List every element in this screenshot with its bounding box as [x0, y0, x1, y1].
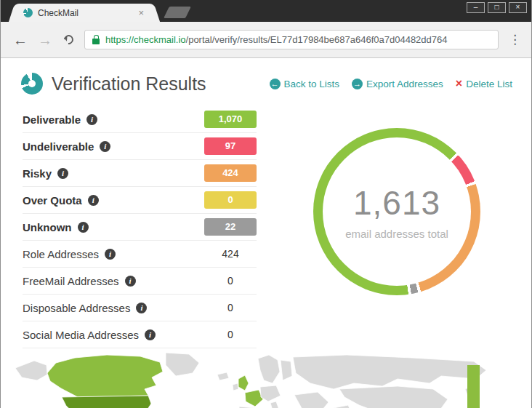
stat-row-unknown: Unknown i 22	[23, 214, 257, 241]
bar-chart-bar	[467, 365, 480, 408]
map-canada	[47, 355, 163, 397]
padlock-icon	[92, 39, 100, 44]
map-russia	[293, 355, 486, 389]
stat-label: Role Addresses	[23, 248, 99, 260]
stat-value: 0	[204, 275, 257, 287]
map-india	[334, 405, 355, 408]
info-icon[interactable]: i	[88, 195, 99, 206]
world-map	[5, 351, 514, 408]
map-central-asia	[339, 386, 448, 408]
browser-tab[interactable]: CheckMail ×	[17, 4, 152, 22]
info-icon[interactable]: i	[86, 114, 97, 125]
stat-label: Deliverable	[23, 113, 81, 126]
map-alaska	[15, 361, 47, 380]
stat-label: Risky	[23, 167, 52, 180]
action-label: Export Addresses	[366, 79, 443, 89]
donut-center: 1,613 email addresses total	[323, 137, 471, 286]
stat-value: 0	[204, 302, 257, 313]
stat-row-deliverable: Deliverable i 1,070	[23, 106, 257, 133]
page-title: Verification Results	[52, 73, 206, 95]
action-label: Back to Lists	[284, 79, 340, 89]
stat-row-disposable-addresses: Disposable Addresses i 0	[23, 295, 257, 321]
page-content: Verification Results ← Back to Lists → E…	[1, 58, 531, 408]
stat-value: 0	[204, 191, 257, 209]
info-icon[interactable]: i	[100, 141, 110, 152]
url-domain: https://checkmail.io	[105, 34, 186, 45]
new-tab-button[interactable]	[164, 7, 191, 18]
map-usa	[62, 396, 151, 408]
back-icon[interactable]: ←	[13, 33, 28, 47]
browser-toolbar: ← → https://checkmail.io/portal/verify/r…	[1, 22, 531, 58]
delete-x-icon: ×	[456, 78, 462, 89]
window-controls: – □ ×	[467, 2, 527, 13]
tab-close-icon[interactable]: ×	[137, 8, 145, 17]
maximize-button[interactable]: □	[488, 2, 506, 13]
stats-table: Deliverable i 1,070 Undeliverable i 97 R…	[23, 106, 257, 348]
map-italy	[270, 401, 281, 408]
menu-icon[interactable]: ⋮	[509, 33, 521, 46]
stat-label: Unknown	[23, 221, 72, 233]
refresh-icon[interactable]	[64, 35, 73, 44]
delete-list-link[interactable]: × Delete List	[456, 78, 512, 89]
stat-label: FreeMail Addresses	[23, 275, 119, 287]
stat-row-over-quota: Over Quota i 0	[23, 187, 257, 214]
stat-value: 424	[204, 248, 257, 260]
stat-label: Undeliverable	[23, 140, 94, 153]
stat-value: 97	[204, 137, 257, 155]
checkmail-logo-icon	[21, 73, 43, 95]
titlebar: CheckMail × – □ ×	[1, 0, 531, 22]
browser-window: CheckMail × – □ × ← → https://checkmail.…	[0, 0, 532, 408]
info-icon[interactable]: i	[125, 276, 136, 287]
info-icon[interactable]: i	[136, 303, 147, 313]
map-ireland	[233, 383, 238, 391]
stat-value: 1,070	[204, 111, 257, 128]
checkmail-favicon-icon	[23, 8, 33, 17]
info-icon[interactable]: i	[57, 168, 68, 179]
action-label: Delete List	[466, 79, 512, 89]
forward-icon[interactable]: →	[38, 33, 52, 47]
map-greenland	[166, 353, 199, 376]
minimize-button[interactable]: –	[467, 2, 485, 13]
stat-label: Social Media Addresses	[23, 329, 139, 341]
tab-title: CheckMail	[38, 8, 137, 18]
total-subtitle: email addresses total	[345, 228, 448, 240]
address-bar[interactable]: https://checkmail.io/portal/verify/resul…	[84, 30, 499, 49]
stat-value: 0	[204, 329, 257, 340]
stat-value: 424	[204, 164, 257, 182]
export-addresses-link[interactable]: → Export Addresses	[352, 79, 443, 89]
stat-row-risky: Risky i 424	[23, 160, 257, 187]
url-path: /portal/verify/results/EL77d17984be687a6…	[186, 34, 448, 45]
stat-row-social-media-addresses: Social Media Addresses i 0	[23, 321, 257, 348]
map-scandinavia	[258, 355, 280, 383]
back-circle-icon: ←	[270, 79, 281, 89]
stat-row-freemail-addresses: FreeMail Addresses i 0	[23, 268, 257, 295]
info-icon[interactable]: i	[145, 329, 156, 340]
map-uk	[238, 375, 249, 391]
stat-value: 22	[204, 218, 257, 236]
stat-row-role-addresses: Role Addresses i 424	[23, 241, 257, 268]
back-to-lists-link[interactable]: ← Back to Lists	[270, 79, 340, 89]
world-map-svg	[5, 351, 514, 408]
total-count: 1,613	[353, 183, 440, 223]
header-actions: ← Back to Lists → Export Addresses × Del…	[270, 78, 512, 89]
stat-row-undeliverable: Undeliverable i 97	[23, 133, 257, 160]
stat-label: Disposable Addresses	[23, 302, 130, 314]
stat-label: Over Quota	[23, 194, 82, 207]
info-icon[interactable]: i	[105, 249, 116, 260]
export-circle-icon: →	[352, 79, 363, 89]
donut-chart: 1,613 email addresses total	[313, 128, 480, 295]
map-middle-east	[294, 392, 329, 408]
map-iceland	[217, 372, 229, 380]
info-icon[interactable]: i	[78, 222, 89, 233]
page-header: Verification Results ← Back to Lists → E…	[1, 58, 531, 95]
close-button[interactable]: ×	[509, 2, 527, 13]
map-finland	[281, 360, 292, 380]
